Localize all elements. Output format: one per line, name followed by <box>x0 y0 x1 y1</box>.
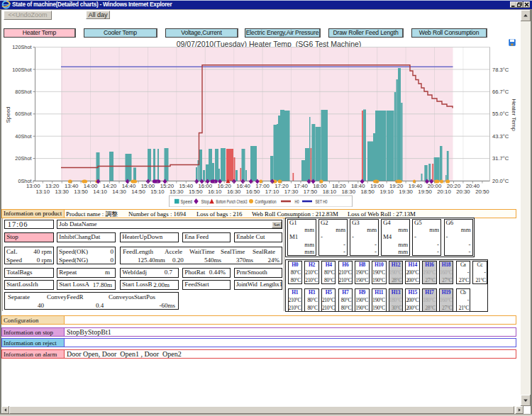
svg-text:31.7°C: 31.7°C <box>492 155 509 162</box>
svg-text:20:50: 20:50 <box>475 189 489 195</box>
svg-text:15:30: 15:30 <box>170 189 184 195</box>
svg-text:16:30: 16:30 <box>227 189 241 195</box>
svg-text:SET H0: SET H0 <box>316 198 328 205</box>
svg-text:18:50: 18:50 <box>360 189 375 195</box>
svg-text:43.3°C: 43.3°C <box>492 133 509 140</box>
svg-text:19:10: 19:10 <box>379 189 394 195</box>
svg-text:13:50: 13:50 <box>74 189 88 195</box>
svg-text:16:10: 16:10 <box>208 189 222 195</box>
svg-text:14:10: 14:10 <box>93 189 107 195</box>
svg-text:17:10: 17:10 <box>265 189 279 195</box>
svg-text:17:50: 17:50 <box>304 189 318 195</box>
svg-text:15:10: 15:10 <box>150 189 165 195</box>
svg-text:Bottom Punch Check3: Bottom Punch Check3 <box>216 198 248 205</box>
svg-text:H0: H0 <box>295 198 299 205</box>
svg-text:20Shot: 20Shot <box>15 155 31 162</box>
svg-text:55.0°C: 55.0°C <box>492 111 509 117</box>
svg-text:Speed: Speed <box>181 198 193 205</box>
svg-text:120Shot: 120Shot <box>12 44 31 50</box>
svg-text:20.0°C: 20.0°C <box>492 178 509 184</box>
svg-text:Configuration: Configuration <box>255 198 277 205</box>
svg-text:100Shot: 100Shot <box>12 67 31 73</box>
svg-text:20:10: 20:10 <box>437 189 451 195</box>
svg-text:Speed: Speed <box>5 106 11 123</box>
svg-text:13:10: 13:10 <box>36 189 50 195</box>
svg-text:17:30: 17:30 <box>284 189 299 195</box>
svg-text:20:30: 20:30 <box>456 189 470 195</box>
svg-text:78.3°C: 78.3°C <box>492 67 509 73</box>
svg-text:19:50: 19:50 <box>418 189 432 195</box>
svg-text:19:30: 19:30 <box>399 189 413 195</box>
svg-text:Stop: Stop <box>201 198 210 205</box>
svg-text:16:50: 16:50 <box>246 189 260 195</box>
svg-text:80Shot: 80Shot <box>15 89 31 95</box>
svg-text:60Shot: 60Shot <box>15 111 31 117</box>
svg-text:13:30: 13:30 <box>55 189 69 195</box>
svg-text:15:50: 15:50 <box>189 189 203 195</box>
svg-text:40Shot: 40Shot <box>15 133 31 140</box>
svg-text:14:30: 14:30 <box>112 189 126 195</box>
svg-text:66.7°C: 66.7°C <box>492 89 509 95</box>
svg-text:18:30: 18:30 <box>342 189 356 195</box>
svg-text:Heater Temp: Heater Temp <box>511 99 517 131</box>
svg-text:18:10: 18:10 <box>323 189 337 195</box>
svg-text:14:50: 14:50 <box>131 189 145 195</box>
